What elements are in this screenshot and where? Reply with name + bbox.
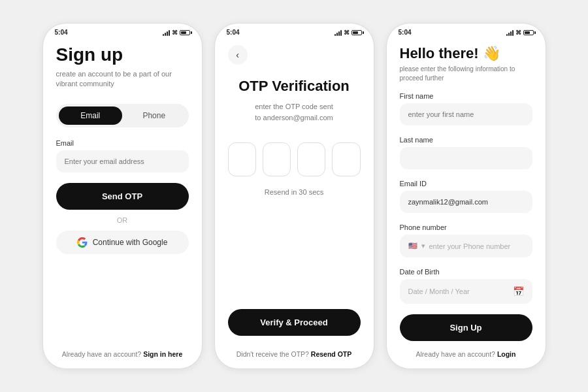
wifi-icon-2: ⌘	[344, 29, 350, 36]
last-name-label: Last name	[400, 136, 532, 144]
email-id-label: Email ID	[400, 180, 532, 188]
signal-icon-3	[506, 29, 514, 36]
signup-subtitle: create an account to be a part of our vi…	[56, 69, 189, 90]
otp-footer: Didn't receive the OTP? Resend OTP	[228, 350, 361, 358]
phone-signup: 5:04 ⌘ Sign up create an account to be a…	[42, 23, 203, 369]
wifi-icon-3: ⌘	[515, 29, 521, 36]
register-content: Hello there! 👋 please enter the followin…	[387, 39, 546, 368]
calendar-icon: 📅	[513, 286, 524, 297]
flag-emoji: 🇺🇸	[408, 242, 417, 250]
login-prompt: Already have an account? Login	[400, 350, 532, 358]
status-icons-3: ⌘	[506, 29, 534, 36]
phone-register: 5:04 ⌘ Hello there! 👋 please enter the f…	[386, 23, 546, 369]
login-link[interactable]: Login	[497, 350, 516, 358]
first-name-input[interactable]	[400, 103, 532, 125]
signal-icon-2	[335, 29, 342, 36]
otp-inputs	[228, 142, 361, 176]
otp-box-1[interactable]	[228, 142, 256, 176]
flag-dropdown-arrow[interactable]: ▾	[421, 242, 425, 250]
otp-box-2[interactable]	[263, 142, 291, 176]
signin-prompt: Already have an account? Sign in here	[56, 350, 189, 358]
status-bar-2: 5:04 ⌘	[215, 24, 374, 39]
google-btn-label: Continue with Google	[93, 238, 168, 247]
status-icons-1: ⌘	[163, 29, 190, 36]
signup-content: Sign up create an account to be a part o…	[43, 39, 202, 368]
toggle-phone[interactable]: Phone	[122, 106, 186, 125]
dob-placeholder: Date / Month / Year	[408, 287, 470, 295]
or-divider: OR	[56, 216, 189, 224]
phones-container: 5:04 ⌘ Sign up create an account to be a…	[29, 10, 559, 382]
resend-otp-link[interactable]: Resend OTP	[311, 350, 351, 358]
google-icon	[77, 237, 88, 248]
last-name-input[interactable]	[400, 147, 532, 169]
wifi-icon: ⌘	[172, 29, 178, 36]
email-input[interactable]	[56, 150, 189, 172]
hello-subtitle: please enter the following information t…	[400, 65, 532, 83]
hello-title: Hello there! 👋	[400, 45, 532, 62]
status-bar-3: 5:04 ⌘	[387, 24, 546, 39]
battery-icon-3	[523, 30, 534, 35]
google-signin-button[interactable]: Continue with Google	[56, 231, 189, 254]
back-button[interactable]: ‹	[228, 45, 248, 65]
battery-icon-2	[351, 30, 362, 35]
signup-button[interactable]: Sign Up	[400, 314, 532, 341]
dob-label: Date of Birth	[400, 268, 532, 276]
otp-subtitle: enter the OTP code sent to anderson@gmai…	[228, 101, 361, 123]
resend-timer: Resend in 30 secs	[228, 188, 361, 196]
phone-label: Phone number	[400, 223, 532, 231]
phone-input-row: 🇺🇸 ▾ enter your Phone number	[400, 235, 532, 257]
signin-link[interactable]: Sign in here	[143, 350, 182, 358]
email-field-label: Email	[56, 139, 189, 147]
toggle-email[interactable]: Email	[59, 106, 123, 125]
email-id-input[interactable]	[400, 191, 532, 213]
status-time-3: 5:04	[399, 29, 412, 36]
phone-otp: 5:04 ⌘ ‹ OTP Verification enter the OTP …	[214, 23, 374, 369]
status-time-1: 5:04	[55, 29, 68, 36]
verify-proceed-button[interactable]: Verify & Proceed	[228, 309, 361, 336]
status-time-2: 5:04	[227, 29, 240, 36]
auth-toggle-group: Email Phone	[56, 104, 189, 127]
signup-title: Sign up	[56, 45, 189, 65]
otp-content: ‹ OTP Verification enter the OTP code se…	[215, 39, 374, 368]
send-otp-button[interactable]: Send OTP	[56, 183, 189, 210]
otp-box-4[interactable]	[332, 142, 360, 176]
dob-input-row[interactable]: Date / Month / Year 📅	[400, 279, 532, 304]
phone-number-input[interactable]: enter your Phone number	[429, 242, 511, 250]
signal-icon	[163, 29, 170, 36]
first-name-label: First name	[400, 92, 532, 100]
status-bar-1: 5:04 ⌘	[43, 24, 202, 39]
battery-icon	[180, 30, 190, 35]
otp-title: OTP Verification	[228, 78, 361, 95]
status-icons-2: ⌘	[335, 29, 362, 36]
otp-box-3[interactable]	[297, 142, 325, 176]
